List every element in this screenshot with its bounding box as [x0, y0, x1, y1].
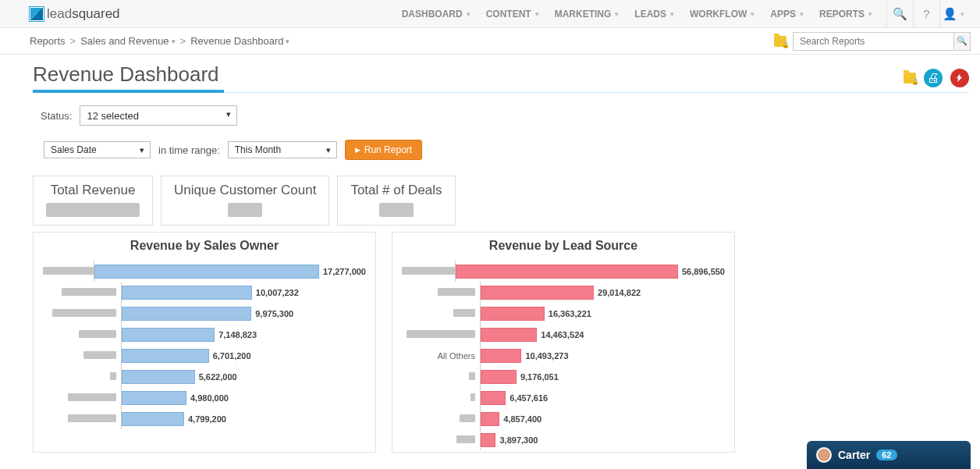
- saved-reports-icon[interactable]: 🔒: [774, 36, 786, 47]
- status-label: Status:: [41, 110, 72, 122]
- bar-row: 29,014,822: [402, 282, 725, 303]
- kpi-tile: Unique Customer Count: [161, 176, 329, 226]
- run-report-button[interactable]: Run Report: [345, 140, 422, 160]
- bar-category-label: [43, 288, 121, 297]
- primary-nav: DASHBOARD▾CONTENT▾MARKETING▾LEADS▾WORKFL…: [394, 9, 880, 20]
- nav-item-reports[interactable]: REPORTS▾: [811, 9, 880, 20]
- status-select[interactable]: 12 selected: [80, 105, 237, 126]
- time-range-select[interactable]: This Month: [228, 141, 337, 158]
- bar[interactable]: [94, 265, 319, 279]
- bar-row: 9,975,300: [43, 303, 366, 324]
- kpi-row: Total RevenueUnique Customer CountTotal …: [33, 176, 969, 226]
- bar-category-label: [43, 414, 121, 424]
- bar-value-label: 10,493,273: [525, 351, 568, 361]
- bar[interactable]: [481, 286, 594, 300]
- nav-item-marketing[interactable]: MARKETING▾: [547, 9, 627, 20]
- bar-category-label: [43, 372, 121, 382]
- bar[interactable]: [481, 391, 506, 405]
- bar-row: 17,277,000: [43, 261, 366, 282]
- chart-revenue-by-owner: Revenue by Sales Owner 17,277,00010,007,…: [33, 232, 376, 453]
- chat-name: Carter: [838, 449, 870, 453]
- kpi-title: Total # of Deals: [350, 183, 442, 198]
- bar-category-label: All Others: [402, 351, 480, 361]
- date-field-select[interactable]: Sales Date: [44, 141, 151, 158]
- bar-row: 3,897,300: [402, 429, 725, 450]
- chart-revenue-by-lead-source: Revenue by Lead Source 56,896,55029,014,…: [392, 232, 735, 453]
- breadcrumb-level1[interactable]: Sales and Revenue: [80, 35, 175, 47]
- bar-category-label: [43, 309, 121, 318]
- nav-item-leads[interactable]: LEADS▾: [627, 9, 682, 20]
- bar-row: 10,007,232: [43, 282, 366, 303]
- bar[interactable]: [122, 412, 184, 426]
- save-report-icon[interactable]: 🔒: [904, 73, 916, 83]
- bar[interactable]: [122, 307, 251, 321]
- brand-text: leadsquared: [47, 6, 120, 22]
- search-icon[interactable]: 🔍: [886, 0, 913, 28]
- bar-value-label: 4,857,400: [503, 414, 541, 424]
- bar[interactable]: [456, 265, 677, 279]
- bar-row: 4,980,000: [43, 387, 366, 408]
- kpi-value-redacted: [379, 203, 414, 217]
- nav-item-apps[interactable]: APPS▾: [762, 9, 811, 20]
- bar-category-label: [402, 414, 480, 424]
- kpi-tile: Total Revenue: [33, 176, 153, 226]
- bar-category-label: [43, 393, 121, 403]
- bar-category-label: [43, 267, 94, 276]
- bar[interactable]: [122, 286, 252, 300]
- bar[interactable]: [122, 328, 215, 342]
- time-range-label: in time range:: [158, 144, 220, 156]
- bar[interactable]: [481, 433, 495, 447]
- bar-category-label: [43, 351, 121, 361]
- bar-row: 4,799,200: [43, 408, 366, 429]
- search-reports: 🔍: [793, 32, 971, 51]
- bar[interactable]: [481, 349, 521, 363]
- bar[interactable]: [481, 328, 537, 342]
- nav-item-dashboard[interactable]: DASHBOARD▾: [394, 9, 478, 20]
- page-title-row: Revenue Dashboard 🔒 🖨: [33, 62, 969, 93]
- breadcrumb-root[interactable]: Reports: [30, 35, 66, 47]
- bar[interactable]: [122, 349, 209, 363]
- chat-widget[interactable]: Carter 62: [807, 441, 971, 453]
- bar[interactable]: [122, 391, 186, 405]
- bar-value-label: 6,701,200: [213, 351, 251, 361]
- kpi-title: Unique Customer Count: [174, 183, 316, 198]
- bar-value-label: 56,896,550: [682, 267, 725, 276]
- kpi-tile: Total # of Deals: [337, 176, 455, 226]
- bar-row: 6,701,200: [43, 345, 366, 366]
- kpi-value-redacted: [228, 203, 262, 217]
- bar-category-label: [402, 267, 455, 276]
- top-navbar: leadsquared DASHBOARD▾CONTENT▾MARKETING▾…: [0, 0, 980, 28]
- bar[interactable]: [122, 370, 195, 384]
- nav-item-content[interactable]: CONTENT▾: [478, 9, 547, 20]
- search-reports-button[interactable]: 🔍: [953, 32, 971, 51]
- bar-value-label: 6,457,616: [510, 393, 548, 403]
- chart-title: Revenue by Sales Owner: [43, 239, 366, 253]
- search-reports-input[interactable]: [793, 32, 971, 51]
- brand-logo[interactable]: leadsquared: [30, 6, 120, 22]
- bar-row: 16,363,221: [402, 303, 725, 324]
- bar-row: 5,622,000: [43, 366, 366, 387]
- bar-value-label: 29,014,822: [598, 288, 641, 297]
- bar-value-label: 7,148,823: [218, 330, 257, 339]
- bar-category-label: [402, 393, 480, 403]
- bar-row: 6,457,616: [402, 387, 725, 408]
- bar-row: 4,857,400: [402, 408, 725, 429]
- bar-category-label: [43, 330, 121, 339]
- bar-value-label: 17,277,000: [323, 267, 366, 276]
- bar-value-label: 14,463,524: [541, 330, 584, 339]
- export-pdf-icon[interactable]: [950, 69, 969, 87]
- bar[interactable]: [481, 307, 545, 321]
- help-icon[interactable]: ?: [913, 0, 939, 28]
- bar-row: 14,463,524: [402, 324, 725, 345]
- bar[interactable]: [481, 370, 517, 384]
- kpi-title: Total Revenue: [46, 183, 140, 198]
- breadcrumb-level2[interactable]: Revenue Dashboard: [190, 35, 289, 47]
- nav-utility-icons: 🔍 ? 👤▾: [886, 0, 966, 28]
- export-print-icon[interactable]: 🖨: [924, 69, 943, 87]
- bar[interactable]: [481, 412, 499, 426]
- bar-row: All Others10,493,273: [402, 345, 725, 366]
- user-menu-icon[interactable]: 👤▾: [939, 0, 966, 28]
- bar-category-label: [402, 372, 480, 382]
- bar-row: 7,148,823: [43, 324, 366, 345]
- nav-item-workflow[interactable]: WORKFLOW▾: [682, 9, 762, 20]
